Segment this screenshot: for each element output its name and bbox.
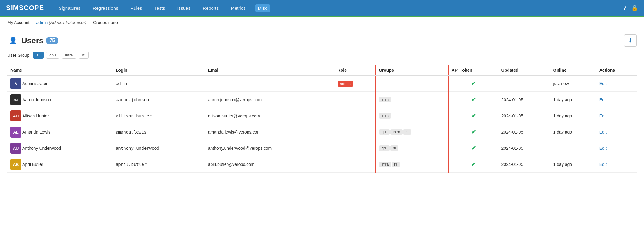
group-tag: infra [390,129,402,135]
group-tag: rtl [403,129,411,135]
filter-label: User Group: [7,53,31,58]
cell-name: AU Anthony Underwood [7,140,113,156]
edit-link[interactable]: Edit [599,81,607,86]
cell-login: anthony.underwood [113,140,205,156]
role-badge: admin [338,81,353,87]
api-token-check: ✔ [471,129,476,135]
table-row: AU Anthony Underwoodanthony.underwoodant… [7,140,637,156]
account-role: (Administrator user) [49,20,86,25]
avatar: AB [10,159,21,170]
nav-issues[interactable]: Issues [175,4,193,12]
api-token-check: ✔ [471,113,476,119]
main-nav: Signatures Regressions Rules Tests Issue… [56,4,614,12]
avatar: AH [10,110,21,121]
group-tag: infra [379,162,391,167]
cell-role [335,156,375,173]
nav-metrics[interactable]: Metrics [229,4,248,12]
nav-misc[interactable]: Misc [255,4,270,12]
account-groups-value: none [108,20,118,25]
col-email: Email [205,65,335,75]
cell-role [335,108,375,124]
group-tag: rtl [390,145,398,151]
group-tag: cpu [379,129,390,135]
page-title-row: 👤 Users 75 [7,35,58,46]
group-tag: cpu [379,145,390,151]
group-tag: infra [379,97,391,102]
avatar: AJ [10,94,21,105]
cell-role [335,92,375,108]
cell-updated: 2024-01-05 [498,92,550,108]
cell-groups: infra [375,108,448,124]
nav-regressions[interactable]: Regressions [90,4,121,12]
avatar: AU [10,143,21,154]
cell-name: AH Allison Hunter [7,108,113,124]
col-actions: Actions [596,65,637,75]
cell-groups: cpuinfrartl [375,124,448,140]
filter-rtl[interactable]: rtl [79,52,89,59]
cell-groups: cpurtl [375,140,448,156]
filter-infra[interactable]: infra [62,52,76,59]
cell-online [550,140,596,156]
cell-online: 1 day ago [550,156,596,173]
col-updated: Updated [498,65,550,75]
api-token-check: ✔ [471,161,476,167]
cell-updated [498,75,550,92]
nav-tests[interactable]: Tests [152,4,168,12]
cell-login: aaron.johnson [113,92,205,108]
page-title: Users [21,36,43,45]
cell-updated: 2024-01-05 [498,156,550,173]
api-token-check: ✔ [471,97,476,103]
account-username[interactable]: admin [36,20,48,25]
cell-groups: infra [375,92,448,108]
logo: SIMSCOPE [6,4,44,12]
users-icon: 👤 [7,35,18,46]
col-login: Login [113,65,205,75]
help-icon[interactable]: ? [623,5,626,11]
cell-login: april.butler [113,156,205,173]
nav-rules[interactable]: Rules [128,4,144,12]
cell-updated: 2024-01-05 [498,108,550,124]
cell-email: april.butler@verops.com [205,156,335,173]
header-actions: ? 🔒 [623,5,638,11]
col-name: Name [7,65,113,75]
cell-api-token: ✔ [448,108,498,124]
edit-link[interactable]: Edit [599,146,607,151]
cell-login: admin [113,75,205,92]
edit-link[interactable]: Edit [599,162,607,167]
lock-icon[interactable]: 🔒 [631,5,638,11]
cell-updated: 2024-01-05 [498,124,550,140]
filter-cpu[interactable]: cpu [46,52,59,59]
cell-actions: Edit [596,75,637,92]
nav-signatures[interactable]: Signatures [56,4,83,12]
cell-name: A Administrator [7,75,113,92]
page-header: 👤 Users 75 ⬇ [7,34,637,47]
table-row: AB April Butlerapril.butlerapril.butler@… [7,156,637,173]
header: SIMSCOPE Signatures Regressions Rules Te… [0,0,644,16]
cell-online: just now [550,75,596,92]
user-count-badge: 75 [46,37,58,44]
cell-role [335,124,375,140]
cell-role: admin [335,75,375,92]
edit-link[interactable]: Edit [599,97,607,102]
api-token-check: ✔ [471,81,476,87]
edit-link[interactable]: Edit [599,113,607,118]
edit-link[interactable]: Edit [599,130,607,134]
cell-online: 1 day ago [550,92,596,108]
filter-row: User Group: all cpu infra rtl [7,52,637,59]
table-header-row: Name Login Email Role Groups API Token U… [7,65,637,75]
account-bar: My Account — admin (Administrator user) … [0,17,644,28]
download-button[interactable]: ⬇ [624,34,637,47]
table-row: AJ Aaron Johnsonaaron.johnsonaaron.johns… [7,92,637,108]
api-token-check: ✔ [471,145,476,151]
cell-api-token: ✔ [448,92,498,108]
table-row: A Administratoradmin-admin✔just nowEdit [7,75,637,92]
cell-email: aaron.johnson@verops.com [205,92,335,108]
account-groups-label: — Groups [88,20,107,25]
nav-reports[interactable]: Reports [200,4,221,12]
filter-all[interactable]: all [33,52,44,59]
col-role: Role [335,65,375,75]
cell-online: 1 day ago [550,108,596,124]
cell-actions: Edit [596,124,637,140]
group-tag: infra [379,113,391,119]
col-online: Online [550,65,596,75]
